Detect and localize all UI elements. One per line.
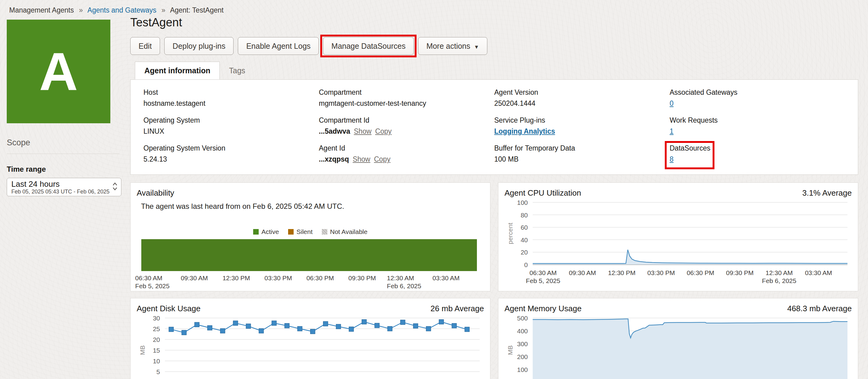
legend-swatch [253, 229, 259, 235]
availability-bar-chart[interactable]: 06:30 AMFeb 5, 202509:30 AM12:30 PM03:30… [141, 239, 477, 292]
svg-text:MB: MB [139, 345, 146, 355]
svg-text:100: 100 [517, 366, 528, 373]
svg-text:0: 0 [524, 261, 528, 268]
svg-text:5: 5 [156, 368, 160, 375]
x-axis-tick-label: 09:30 AM [181, 274, 208, 282]
legend-item-not-available[interactable]: Not Available [322, 228, 368, 235]
svg-text:400: 400 [517, 327, 528, 334]
svg-text:03:30 PM: 03:30 PM [647, 269, 675, 276]
select-spinner-icon [112, 181, 118, 193]
edit-button[interactable]: Edit [130, 37, 160, 55]
svg-text:Feb 5, 2025: Feb 5, 2025 [526, 277, 560, 284]
time-range-label: Time range [7, 165, 124, 174]
breadcrumb-separator: » [79, 6, 83, 14]
memory-chart-card: Agent Memory Usage 468.3 mb Average 0100… [498, 298, 858, 379]
availability-last-heard-text: The agent was last heard from on Feb 6, … [141, 202, 484, 211]
legend-swatch [288, 229, 293, 235]
action-toolbar: Edit Deploy plug-ins Enable Agent Logs M… [130, 37, 859, 55]
associated-gateways-link[interactable]: 0 [670, 99, 674, 107]
manage-datasources-button[interactable]: Manage DataSources [323, 37, 414, 55]
breadcrumb: Management Agents » Agents and Gateways … [9, 6, 223, 14]
svg-text:03:30 AM: 03:30 AM [805, 269, 832, 276]
availability-title: Availability [137, 188, 174, 198]
datasources-count-link[interactable]: 8 [670, 155, 674, 163]
sidebar-divider [7, 154, 120, 154]
field-work-requests: Work Requests 1 [670, 116, 845, 136]
agent-avatar-letter: A [39, 45, 78, 98]
time-range-select[interactable]: Last 24 hours Feb 05, 2025 05:43 UTC - F… [7, 178, 121, 196]
field-buffer-temporary-data: Buffer for Temporary Data 100 MB [494, 144, 670, 164]
breadcrumb-item-management-agents: Management Agents [9, 6, 74, 14]
logging-analytics-link[interactable]: Logging Analytics [494, 127, 555, 135]
svg-text:100: 100 [517, 199, 528, 206]
svg-text:500: 500 [517, 315, 528, 322]
breadcrumb-link-agents-and-gateways[interactable]: Agents and Gateways [87, 6, 156, 14]
svg-text:MB: MB [507, 345, 514, 355]
field-agent-version: Agent Version 250204.1444 [494, 88, 670, 108]
left-sidebar: A Scope Time range Last 24 hours Feb 05,… [7, 20, 124, 196]
field-operating-system: Operating System LINUX [144, 116, 319, 136]
agent-information-panel: Host hostname.testagent Compartment mgmt… [130, 80, 858, 175]
disk-chart[interactable]: 051015202530MB06:30 AMFeb 5, 202509:30 A… [137, 314, 484, 379]
svg-text:06:30 PM: 06:30 PM [687, 269, 714, 276]
field-operating-system-version: Operating System Version 5.24.13 [144, 144, 319, 164]
compartment-id-copy-link[interactable]: Copy [375, 127, 392, 135]
x-axis-tick-label: 06:30 AMFeb 5, 2025 [135, 274, 169, 290]
memory-chart[interactable]: 0100200300400500MB06:30 AMFeb 5, 202509:… [504, 314, 852, 379]
svg-text:12:30 PM: 12:30 PM [608, 269, 636, 276]
agent-avatar: A [7, 20, 110, 123]
field-agent-id: Agent Id ...xzqpsqShowCopy [319, 144, 494, 164]
time-range-selected-value: Last 24 hours [11, 179, 111, 188]
tab-agent-information[interactable]: Agent information [135, 62, 220, 80]
x-axis-tick-label: 06:30 PM [307, 274, 334, 282]
agent-id-copy-link[interactable]: Copy [374, 155, 391, 163]
cpu-chart[interactable]: 020406080100percent06:30 AMFeb 5, 202509… [504, 198, 852, 287]
svg-text:12:30 AM: 12:30 AM [766, 269, 793, 276]
deploy-plugins-button[interactable]: Deploy plug-ins [164, 37, 234, 55]
agent-id-show-link[interactable]: Show [353, 155, 371, 163]
cpu-chart-title: Agent CPU Utilization [504, 188, 581, 198]
svg-text:09:30 AM: 09:30 AM [569, 269, 596, 276]
legend-item-silent[interactable]: Silent [288, 228, 313, 235]
more-actions-button[interactable]: More actions▼ [418, 37, 487, 55]
disk-chart-title: Agent Disk Usage [137, 304, 200, 313]
x-axis-tick-label: 12:30 PM [222, 274, 250, 282]
svg-text:200: 200 [517, 353, 528, 360]
svg-text:09:30 PM: 09:30 PM [726, 269, 754, 276]
disk-average-label: 26 mb Average [431, 304, 484, 313]
enable-agent-logs-button[interactable]: Enable Agent Logs [238, 37, 319, 55]
svg-text:30: 30 [153, 315, 160, 322]
availability-legend: ActiveSilentNot Available [137, 228, 484, 235]
svg-text:20: 20 [153, 336, 160, 343]
field-compartment: Compartment mgmtagent-customer-test-tena… [319, 88, 494, 108]
field-datasources: DataSources 8 [670, 144, 845, 164]
svg-text:06:30 AM: 06:30 AM [530, 269, 557, 276]
svg-text:20: 20 [521, 249, 528, 256]
legend-swatch [322, 229, 327, 235]
x-axis-tick-label: 03:30 AM [432, 274, 460, 282]
svg-text:10: 10 [153, 357, 160, 365]
tab-bar: Agent information Tags [135, 62, 859, 80]
svg-text:300: 300 [517, 340, 528, 347]
availability-active-bar [141, 239, 477, 271]
scope-heading: Scope [7, 138, 124, 147]
disk-chart-card: Agent Disk Usage 26 mb Average 051015202… [130, 298, 490, 379]
compartment-id-show-link[interactable]: Show [354, 127, 372, 135]
cpu-chart-card: Agent CPU Utilization 3.1% Average 02040… [498, 182, 858, 291]
svg-text:80: 80 [521, 211, 528, 218]
field-service-plugins: Service Plug-ins Logging Analytics [494, 116, 670, 136]
breadcrumb-item-current-agent: Agent: TestAgent [170, 6, 224, 14]
availability-x-axis: 06:30 AMFeb 5, 202509:30 AM12:30 PM03:30… [141, 274, 477, 292]
legend-item-active[interactable]: Active [253, 228, 279, 235]
availability-card: Availability The agent was last heard fr… [130, 182, 490, 291]
svg-text:25: 25 [153, 325, 160, 332]
cpu-average-label: 3.1% Average [802, 188, 852, 198]
x-axis-tick-label: 12:30 AMFeb 6, 2025 [387, 274, 421, 290]
field-host: Host hostname.testagent [144, 88, 319, 108]
x-axis-tick-label: 09:30 PM [348, 274, 376, 282]
field-associated-gateways: Associated Gateways 0 [670, 88, 845, 108]
work-requests-link[interactable]: 1 [670, 127, 674, 135]
x-axis-tick-label: 03:30 PM [265, 274, 292, 282]
agent-info-grid: Host hostname.testagent Compartment mgmt… [130, 80, 858, 174]
tab-tags[interactable]: Tags [220, 62, 254, 80]
